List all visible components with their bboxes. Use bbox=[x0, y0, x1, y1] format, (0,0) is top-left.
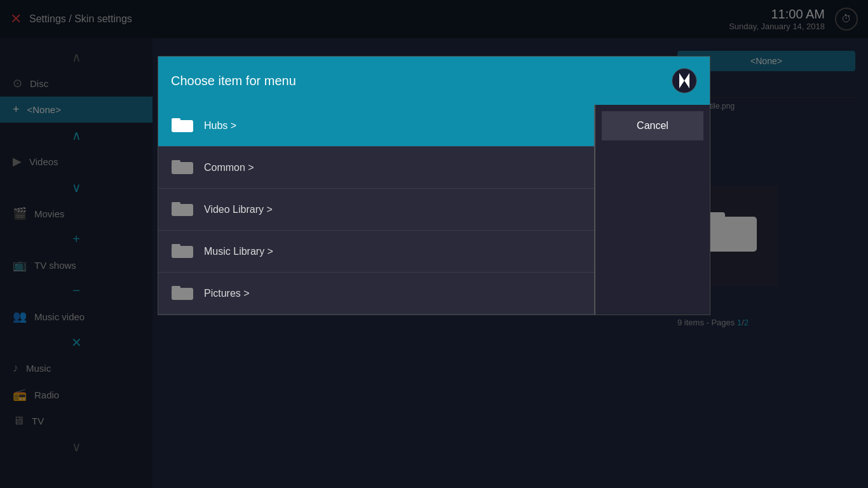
folder-icon-pictures bbox=[171, 281, 194, 305]
svg-rect-6 bbox=[172, 120, 193, 132]
dialog-header: Choose item for menu bbox=[158, 57, 710, 105]
dialog-overlay: Choose item for menu bbox=[0, 0, 868, 488]
list-item-music-library-label: Music Library > bbox=[204, 246, 273, 257]
dialog-title: Choose item for menu bbox=[171, 74, 296, 88]
list-panel: Hubs > Common > bbox=[158, 105, 595, 315]
list-item-hubs-label: Hubs > bbox=[204, 120, 236, 132]
list-item-video-library[interactable]: Video Library > bbox=[158, 189, 594, 231]
svg-rect-14 bbox=[172, 288, 193, 300]
list-item-pictures-label: Pictures > bbox=[204, 288, 250, 299]
folder-icon-video-library bbox=[171, 198, 194, 221]
folder-icon-hubs bbox=[171, 114, 194, 137]
svg-rect-8 bbox=[172, 162, 193, 174]
list-item-hubs[interactable]: Hubs > bbox=[158, 105, 594, 147]
kodi-logo bbox=[672, 68, 697, 93]
choose-item-dialog: Choose item for menu bbox=[158, 56, 710, 315]
svg-rect-12 bbox=[172, 246, 193, 258]
list-item-common[interactable]: Common > bbox=[158, 147, 594, 189]
side-actions: Cancel bbox=[595, 105, 710, 315]
list-item-music-library[interactable]: Music Library > bbox=[158, 231, 594, 273]
list-item-common-label: Common > bbox=[204, 162, 254, 173]
dialog-body: Hubs > Common > bbox=[158, 105, 710, 315]
list-item-pictures[interactable]: Pictures > bbox=[158, 273, 594, 315]
list-item-video-library-label: Video Library > bbox=[204, 204, 273, 215]
svg-rect-10 bbox=[172, 204, 193, 216]
folder-icon-common bbox=[171, 156, 194, 179]
cancel-button[interactable]: Cancel bbox=[602, 111, 703, 140]
folder-icon-music-library bbox=[171, 240, 194, 263]
